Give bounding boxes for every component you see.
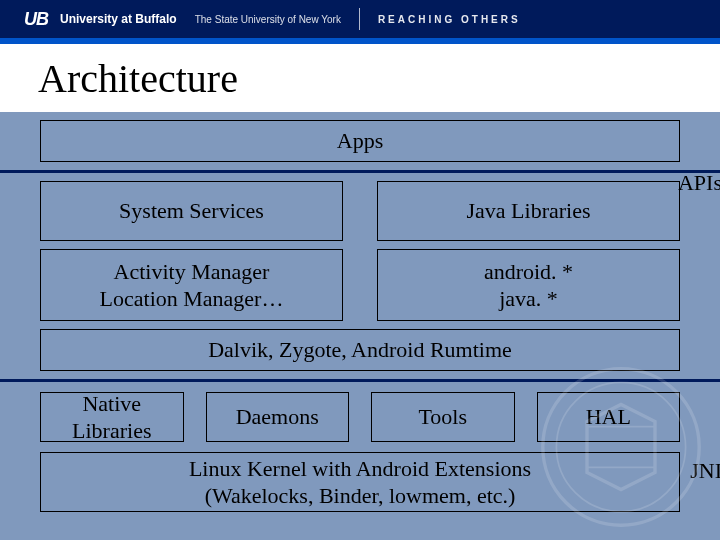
architecture-diagram: Apps APIs System Services Java Libraries… bbox=[0, 112, 720, 512]
title-band: Architecture bbox=[0, 42, 720, 112]
ub-logo: UB University at Buffalo bbox=[18, 8, 177, 30]
jni-label: JNI bbox=[690, 458, 720, 484]
tagline: REACHING OTHERS bbox=[378, 14, 521, 25]
layer-system-services: System Services bbox=[40, 181, 343, 241]
kernel-row: Linux Kernel with Android Extensions(Wak… bbox=[40, 452, 680, 512]
layer-apps: Apps bbox=[40, 120, 680, 162]
separator-line-icon bbox=[0, 379, 720, 382]
layer-native-libraries: Native Libraries bbox=[40, 392, 184, 442]
layer-activity-manager: Activity ManagerLocation Manager… bbox=[40, 249, 343, 321]
layer-tools: Tools bbox=[371, 392, 515, 442]
top-header: UB University at Buffalo The State Unive… bbox=[0, 0, 720, 42]
layer-apps-row: Apps bbox=[40, 120, 680, 162]
layer-daemons: Daemons bbox=[206, 392, 350, 442]
apis-label: APIs bbox=[678, 170, 720, 196]
separator-line-icon bbox=[0, 170, 720, 173]
managers-packages-row: Activity ManagerLocation Manager… androi… bbox=[40, 249, 680, 321]
services-libraries-row: System Services Java Libraries bbox=[40, 181, 680, 241]
native-row: Native Libraries Daemons Tools HAL bbox=[40, 392, 680, 442]
layer-android-packages: android. *java. * bbox=[377, 249, 680, 321]
page-title: Architecture bbox=[38, 55, 238, 102]
layer-java-libraries: Java Libraries bbox=[377, 181, 680, 241]
layer-kernel: Linux Kernel with Android Extensions(Wak… bbox=[40, 452, 680, 512]
ub-mark-icon: UB bbox=[18, 8, 54, 30]
layer-dalvik: Dalvik, Zygote, Android Rumtime bbox=[40, 329, 680, 371]
divider-icon bbox=[359, 8, 360, 30]
layer-hal: HAL bbox=[537, 392, 681, 442]
dalvik-row: Dalvik, Zygote, Android Rumtime bbox=[40, 329, 680, 371]
university-subtitle: The State University of New York bbox=[195, 14, 341, 25]
university-name: University at Buffalo bbox=[60, 12, 177, 26]
